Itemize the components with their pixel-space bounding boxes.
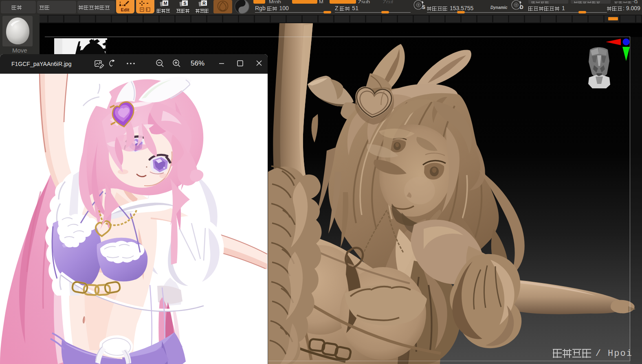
svg-text:56%: 56%	[191, 59, 204, 67]
svg-text:Edit: Edit	[121, 7, 130, 12]
svg-text:R: R	[202, 1, 206, 6]
svg-text:S: S	[183, 1, 186, 6]
svg-text:S: S	[422, 4, 425, 10]
svg-text:D: D	[520, 4, 523, 10]
svg-text:M: M	[163, 1, 167, 6]
